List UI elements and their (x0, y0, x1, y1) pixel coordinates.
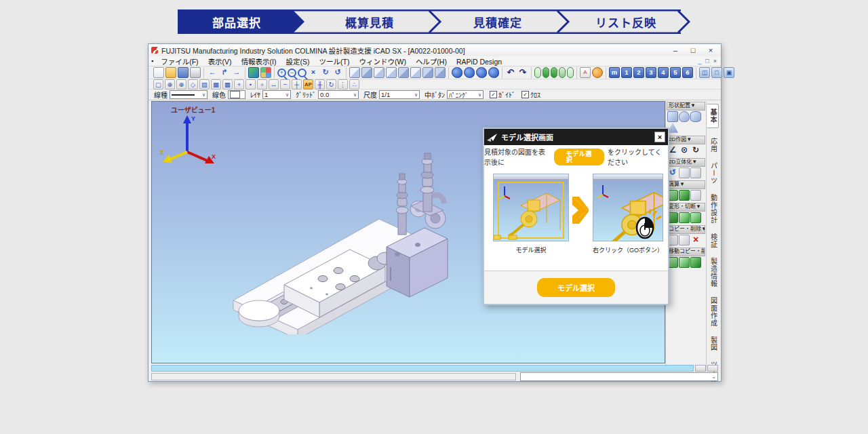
scroll-right-button[interactable] (707, 365, 718, 372)
view-rotate-icon[interactable]: ↻ (320, 67, 331, 78)
snap-rotate-icon[interactable]: ↻ (326, 79, 336, 90)
zoom-in-icon[interactable]: + (277, 68, 286, 77)
layer-select[interactable]: 1∨ (262, 90, 291, 99)
hatch-icon[interactable]: ▨ (199, 79, 210, 90)
view-shaded-icon[interactable] (361, 67, 372, 78)
section-boolean[interactable]: 演算▼ (667, 180, 705, 189)
layer-state-3-icon[interactable] (551, 67, 557, 78)
point-dot-icon[interactable]: • (245, 79, 256, 90)
primitive-cylinder-icon[interactable] (690, 111, 701, 122)
select-frame-icon[interactable]: ▢ (153, 79, 163, 90)
snap-grid-icon[interactable]: ╫ (315, 79, 325, 90)
mdi-close-button[interactable]: × (713, 58, 717, 64)
zoom-out-icon[interactable]: − (288, 68, 296, 77)
section-2d-solid[interactable]: 2D立体化▼ (667, 158, 705, 167)
breadcrumb-step-3[interactable]: 見積確定 (440, 9, 555, 34)
print-icon[interactable] (190, 67, 201, 78)
branch-arrow-icon[interactable]: ↱ (219, 67, 230, 78)
cross-checkbox[interactable]: ✓ ｸﾛｽ (521, 90, 540, 100)
verify-model-icon[interactable] (248, 67, 259, 78)
cut-icon[interactable] (679, 212, 690, 223)
menu-item-3[interactable]: 情報表示(I) (237, 58, 281, 66)
grid-select[interactable]: 0.0∨ (318, 90, 359, 99)
view-left-icon[interactable] (374, 67, 384, 78)
horizontal-scrollbar[interactable] (151, 365, 694, 372)
draw-arc-icon[interactable]: ↻ (690, 145, 701, 156)
primitive-box-icon[interactable] (667, 111, 678, 122)
breadcrumb-step-1[interactable]: 部品選択 (179, 9, 294, 34)
save-icon[interactable] (178, 67, 189, 78)
zoom-fit-icon[interactable] (298, 68, 307, 77)
title-bar[interactable]: FUJITSU Manufacturing Industry Solution … (149, 44, 721, 57)
solid-shape-2-icon[interactable] (464, 67, 475, 78)
breadcrumb-step-4[interactable]: リスト反映 (568, 9, 684, 34)
side-tab-動作設計[interactable]: 動作設計 (708, 194, 719, 224)
open-folder-icon[interactable] (165, 67, 176, 78)
dialog-close-button[interactable]: × (654, 132, 665, 142)
close-button[interactable]: × (703, 46, 718, 54)
side-tab-パーツ[interactable]: パーツ (708, 162, 719, 184)
extrude-prism-icon[interactable] (679, 167, 690, 178)
window-1-button[interactable]: 1 (621, 67, 632, 78)
polygon-icon[interactable]: ◇ (188, 79, 198, 90)
boolean-intersect-icon[interactable] (690, 190, 701, 201)
model-select-button[interactable]: モデル選択 (537, 278, 615, 297)
menu-item-5[interactable]: ツール(T) (315, 58, 355, 66)
mirror-element-icon[interactable]: ⊕ (176, 79, 186, 90)
guide-checkbox[interactable]: ✓ ｶﾞｲﾄﾞ (490, 90, 515, 100)
region-add-icon[interactable]: + (234, 79, 244, 90)
layer-state-2-icon[interactable] (542, 67, 549, 78)
middle-button-select[interactable]: ﾊﾟﾆﾝｸﾞ∨ (447, 90, 484, 99)
line-type-select[interactable]: ∨ (170, 90, 208, 99)
window-2-button[interactable]: 2 (633, 67, 644, 78)
menu-item-7[interactable]: ヘルプ(H) (411, 58, 452, 66)
forward-arrow-icon[interactable]: → (231, 67, 242, 78)
section-2d-draw[interactable]: 2D作図▼ (667, 136, 705, 144)
view-top-icon[interactable] (398, 67, 409, 78)
maximize-button[interactable]: □ (686, 46, 701, 54)
side-tab-応用[interactable]: 応用 (708, 138, 719, 153)
undo-icon[interactable]: ↶ (505, 67, 516, 78)
scroll-left-button[interactable] (695, 365, 706, 372)
side-tab-製造情報[interactable]: 製造情報 (708, 258, 719, 288)
snap-offset-icon[interactable]: ⋮ (338, 79, 348, 90)
section-shape-placement[interactable]: 形状配置▼ (667, 102, 705, 111)
move-copy-3-icon[interactable] (690, 257, 701, 268)
extrude-sweep-icon[interactable] (690, 167, 701, 178)
window-tile-icon[interactable]: ◫ (699, 67, 710, 78)
view-bottom-icon[interactable] (410, 67, 421, 78)
view-reset-icon[interactable]: ↺ (332, 67, 343, 78)
window-cascade-icon[interactable]: ▣ (724, 67, 734, 78)
window-4-button[interactable]: 4 (658, 67, 669, 78)
minimize-button[interactable]: – (668, 46, 683, 54)
boolean-subtract-icon[interactable] (679, 190, 690, 201)
menu-item-8[interactable]: RAPiD Design (452, 58, 507, 66)
point-end-icon[interactable]: ∘ (257, 79, 267, 90)
window-6-button[interactable]: 6 (682, 67, 693, 78)
layer-state-1-icon[interactable] (534, 67, 541, 78)
point-span-icon[interactable]: ↔ (269, 79, 279, 90)
view-section-icon[interactable] (435, 67, 446, 78)
view-right-icon[interactable] (386, 67, 397, 78)
solid-shape-1-icon[interactable] (452, 67, 462, 78)
point-cross-icon[interactable]: ┼ (292, 79, 302, 90)
render-sphere-icon[interactable] (592, 67, 603, 78)
menu-item-4[interactable]: 設定(S) (281, 58, 315, 66)
cad-model-3d[interactable] (220, 148, 454, 334)
section-move-copy-delete[interactable]: 移動コピー・削除▼ (667, 248, 705, 256)
primitive-sphere-icon[interactable] (679, 111, 690, 122)
line-color-select[interactable] (228, 90, 245, 99)
redo-icon[interactable]: ↷ (517, 67, 528, 78)
view-iso-icon[interactable] (422, 67, 433, 78)
view-delete-icon[interactable]: × (308, 67, 319, 78)
mdi-minimize-button[interactable]: _ (698, 58, 701, 64)
layer-state-4-icon[interactable] (559, 67, 566, 78)
draw-circle-icon[interactable]: ⊙ (679, 145, 690, 156)
snap-ap-icon[interactable]: AP (303, 79, 313, 90)
solid-shape-3-icon[interactable] (476, 67, 487, 78)
point-mid-icon[interactable]: − (280, 79, 290, 90)
copy-rotate-icon[interactable] (679, 235, 690, 245)
combo-dropdown-icon[interactable]: ⌄ (711, 374, 716, 380)
side-tab-図面作成[interactable]: 図面作成 (708, 297, 719, 327)
menu-item-2[interactable]: 表示(V) (203, 58, 237, 66)
